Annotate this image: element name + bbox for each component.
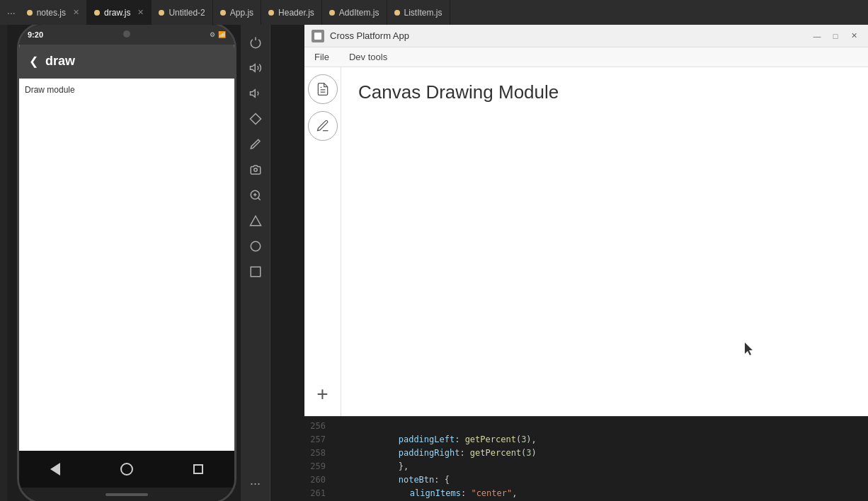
tab-header[interactable]: Header.js bbox=[261, 0, 322, 25]
tab-close-notes[interactable]: ✕ bbox=[73, 8, 79, 17]
code-content[interactable]: paddingLeft: getPercent(3), paddingRight… bbox=[331, 417, 868, 501]
minimize-button[interactable]: — bbox=[810, 29, 824, 43]
phone-speaker bbox=[19, 488, 234, 502]
app-icon bbox=[312, 30, 324, 42]
phone-camera bbox=[123, 30, 130, 38]
phone-status-bar: 9:20 ⚙ 📶 bbox=[19, 25, 234, 45]
line-num-260: 260 bbox=[304, 473, 326, 487]
tab-label: Untitled-2 bbox=[169, 8, 205, 18]
power-icon[interactable] bbox=[244, 30, 268, 54]
far-left-strip bbox=[0, 25, 7, 501]
phone-back-button[interactable] bbox=[42, 456, 68, 482]
circle-icon[interactable] bbox=[244, 234, 268, 258]
tab-dot bbox=[220, 10, 226, 16]
phone-nav-bar bbox=[19, 451, 234, 488]
recents-icon bbox=[193, 464, 203, 474]
phone-app-header: ❮ draw bbox=[19, 45, 234, 79]
line-num-259: 259 bbox=[304, 460, 326, 473]
canvas-area: Canvas Drawing Module bbox=[341, 67, 868, 416]
svg-point-3 bbox=[253, 168, 257, 172]
window-controls: — □ ✕ bbox=[810, 29, 861, 43]
tab-label: AddItem.js bbox=[339, 8, 379, 18]
maximize-button[interactable]: □ bbox=[828, 29, 843, 43]
svg-rect-10 bbox=[251, 267, 261, 277]
code-editor: 256 257 258 259 260 261 262 paddingLeft:… bbox=[304, 416, 868, 501]
tab-label: ListItem.js bbox=[404, 8, 442, 18]
app-content: + Canvas Drawing Module bbox=[304, 67, 868, 416]
tab-dot bbox=[329, 10, 335, 16]
tab-label: notes.js bbox=[37, 8, 66, 18]
tab-label: draw.js bbox=[104, 8, 130, 18]
tab-listitem[interactable]: ListItem.js bbox=[387, 0, 450, 25]
main-area: 9:20 ⚙ 📶 ❮ draw Draw module bbox=[0, 25, 868, 501]
tab-bar-more[interactable]: ··· bbox=[3, 7, 20, 18]
eraser-icon[interactable] bbox=[244, 107, 268, 131]
line-numbers: 256 257 258 259 260 261 262 bbox=[304, 417, 331, 501]
android-phone: 9:20 ⚙ 📶 ❮ draw Draw module bbox=[17, 25, 236, 501]
document-icon-button[interactable] bbox=[308, 74, 338, 104]
home-icon bbox=[120, 463, 133, 476]
line-num-258: 258 bbox=[304, 447, 326, 460]
line-num-257: 257 bbox=[304, 433, 326, 447]
phone-content-area: Draw module bbox=[19, 79, 234, 451]
svg-marker-0 bbox=[250, 64, 255, 72]
line-num-256: 256 bbox=[304, 420, 326, 433]
simulator-toolbar: ··· bbox=[241, 25, 270, 501]
code-line-256: paddingLeft: getPercent(3), bbox=[337, 420, 862, 433]
svg-rect-11 bbox=[314, 33, 321, 40]
app-window-title: Cross Platform App bbox=[330, 30, 804, 41]
tab-untitled[interactable]: Untitled-2 bbox=[152, 0, 212, 25]
svg-line-5 bbox=[258, 197, 260, 200]
pencil-icon-button[interactable] bbox=[308, 111, 338, 141]
toolbar-more-icon[interactable]: ··· bbox=[244, 471, 268, 495]
tab-additem[interactable]: AddItem.js bbox=[322, 0, 387, 25]
phone-content-subtitle: Draw module bbox=[25, 85, 75, 95]
canvas-title: Canvas Drawing Module bbox=[358, 81, 851, 103]
line-num-261: 261 bbox=[304, 487, 326, 500]
right-panel: Cross Platform App — □ ✕ File Dev tools bbox=[304, 25, 868, 501]
tab-dot bbox=[268, 10, 274, 16]
tab-close-draw[interactable]: ✕ bbox=[137, 8, 144, 17]
add-icon-button[interactable]: + bbox=[308, 379, 338, 409]
phone-home-button[interactable] bbox=[114, 456, 139, 482]
app-window: Cross Platform App — □ ✕ File Dev tools bbox=[304, 25, 868, 416]
phone-app-title: draw bbox=[45, 54, 75, 69]
tab-dot bbox=[94, 10, 100, 16]
svg-point-9 bbox=[251, 241, 261, 251]
svg-marker-2 bbox=[250, 114, 261, 125]
phone-container: 9:20 ⚙ 📶 ❮ draw Draw module bbox=[7, 25, 241, 501]
phone-back-arrow[interactable]: ❮ bbox=[29, 54, 38, 68]
svg-marker-8 bbox=[250, 216, 261, 226]
phone-status-icons: ⚙ 📶 bbox=[210, 31, 226, 38]
tab-draw[interactable]: draw.js ✕ bbox=[87, 0, 152, 25]
pen-icon[interactable] bbox=[244, 132, 268, 156]
tab-dot bbox=[27, 10, 33, 16]
phone-recents-button[interactable] bbox=[185, 456, 211, 482]
back-icon bbox=[50, 463, 60, 476]
volume-up-icon[interactable] bbox=[244, 56, 268, 80]
close-button[interactable]: ✕ bbox=[847, 29, 861, 43]
tab-dot bbox=[159, 10, 164, 16]
code-lines-container: 256 257 258 259 260 261 262 paddingLeft:… bbox=[304, 417, 868, 501]
zoom-icon[interactable] bbox=[244, 183, 268, 207]
app-left-icons: + bbox=[304, 67, 341, 416]
menu-file[interactable]: File bbox=[310, 50, 333, 64]
app-titlebar: Cross Platform App — □ ✕ bbox=[304, 25, 868, 47]
tab-app[interactable]: App.js bbox=[213, 0, 261, 25]
tab-dot bbox=[394, 10, 400, 16]
volume-down-icon[interactable] bbox=[244, 81, 268, 105]
camera-icon[interactable] bbox=[244, 158, 268, 182]
left-panel: 9:20 ⚙ 📶 ❮ draw Draw module bbox=[0, 25, 304, 501]
tab-notes[interactable]: notes.js ✕ bbox=[20, 0, 87, 25]
phone-signal-icon: 📶 bbox=[218, 31, 226, 38]
app-menubar: File Dev tools bbox=[304, 47, 868, 67]
tab-label: App.js bbox=[230, 8, 253, 18]
triangle-icon[interactable] bbox=[244, 209, 268, 233]
phone-settings-icon: ⚙ bbox=[210, 31, 215, 38]
rectangle-icon[interactable] bbox=[244, 260, 268, 284]
code-line-259: noteBtn: { bbox=[337, 460, 862, 473]
phone-screen: ❮ draw Draw module bbox=[19, 45, 234, 451]
phone-time: 9:20 bbox=[28, 30, 43, 39]
menu-devtools[interactable]: Dev tools bbox=[345, 50, 392, 64]
speaker-line bbox=[105, 493, 148, 496]
